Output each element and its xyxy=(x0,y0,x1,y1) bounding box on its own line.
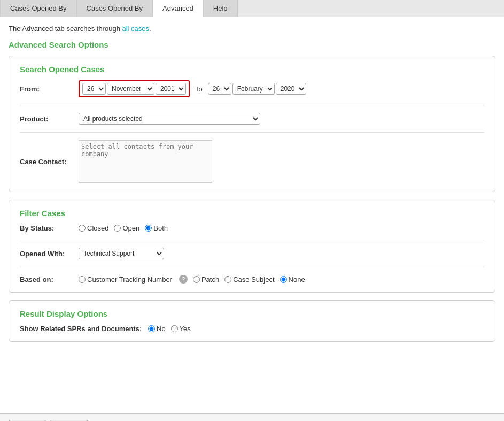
sprs-label: Show Related SPRs and Documents: xyxy=(20,325,148,333)
based-on-none-radio[interactable] xyxy=(280,276,287,283)
tab-cases-opened-by-1[interactable]: Cases Opened By xyxy=(0,0,77,17)
from-year-select[interactable]: 199819992000200120022003 xyxy=(156,83,186,95)
opened-with-row: Opened With: Technical Support Phone Web… xyxy=(20,248,484,267)
intro-all-cases-link[interactable]: all cases xyxy=(122,25,149,33)
tab-advanced[interactable]: Advanced xyxy=(153,0,204,17)
product-controls: All products selected xyxy=(79,113,260,125)
status-radio-group: Closed Open Both xyxy=(79,224,168,232)
intro-text-before: The Advanced tab searches through xyxy=(9,25,122,33)
to-date-box: 2612 JanuaryFebruaryMarchApril 201820192… xyxy=(208,83,306,95)
status-row: By Status: Closed Open Both xyxy=(20,224,484,240)
sprs-no-label: No xyxy=(157,325,166,333)
bottom-bar: < Back Search xyxy=(0,413,504,421)
from-date-box: 2612345 JanuaryFebruaryMarchAprilMayJune… xyxy=(79,80,190,97)
based-on-case-subject-label: Case Subject xyxy=(233,275,274,284)
based-on-ctn-item[interactable]: Customer Tracking Number xyxy=(79,275,172,284)
based-on-row: Based on: Customer Tracking Number ? Pat… xyxy=(20,275,484,284)
opened-with-controls: Technical Support Phone Web Email xyxy=(79,248,164,259)
intro-text-after: . xyxy=(149,25,151,33)
contact-row: Case Contact: xyxy=(20,140,484,183)
based-on-radio-group: Customer Tracking Number ? Patch Case Su… xyxy=(79,275,305,284)
status-open-item[interactable]: Open xyxy=(114,224,139,232)
sprs-yes-item[interactable]: Yes xyxy=(171,325,191,333)
based-on-case-subject-radio[interactable] xyxy=(224,276,231,283)
status-both-item[interactable]: Both xyxy=(145,224,168,232)
status-both-radio[interactable] xyxy=(145,225,152,232)
sprs-radio-group: No Yes xyxy=(148,325,191,333)
contact-label: Case Contact: xyxy=(20,158,79,166)
from-to-controls: 2612345 JanuaryFebruaryMarchAprilMayJune… xyxy=(79,80,306,97)
based-on-patch-radio[interactable] xyxy=(193,276,200,283)
filter-cases-card: Filter Cases By Status: Closed Open Both xyxy=(9,200,495,293)
contact-controls xyxy=(79,140,212,183)
page-title: Advanced Search Options xyxy=(9,40,495,49)
status-open-radio[interactable] xyxy=(114,225,121,232)
product-row: Product: All products selected xyxy=(20,113,484,133)
to-month-select[interactable]: JanuaryFebruaryMarchApril xyxy=(232,83,275,95)
opened-with-label: Opened With: xyxy=(20,250,79,258)
status-open-label: Open xyxy=(122,224,139,232)
status-closed-item[interactable]: Closed xyxy=(79,224,108,232)
to-label: To xyxy=(195,85,203,93)
based-on-none-label: None xyxy=(289,275,305,284)
from-day-select[interactable]: 2612345 xyxy=(82,83,106,95)
status-label: By Status: xyxy=(20,224,79,232)
sprs-yes-radio[interactable] xyxy=(171,325,178,332)
status-both-label: Both xyxy=(153,224,168,232)
sprs-no-item[interactable]: No xyxy=(148,325,166,333)
to-day-select[interactable]: 2612 xyxy=(208,83,231,95)
from-label: From: xyxy=(20,85,79,93)
search-opened-cases-card: Search Opened Cases From: 2612345 Januar… xyxy=(9,56,495,192)
ctn-help-icon[interactable]: ? xyxy=(179,275,188,284)
contact-textarea[interactable] xyxy=(79,140,212,183)
filter-section-title: Filter Cases xyxy=(20,209,484,218)
status-closed-radio[interactable] xyxy=(79,225,86,232)
status-closed-label: Closed xyxy=(87,224,108,232)
tab-help[interactable]: Help xyxy=(204,0,238,17)
product-label: Product: xyxy=(20,115,79,123)
based-on-patch-label: Patch xyxy=(201,275,219,284)
intro-text: The Advanced tab searches through all ca… xyxy=(9,25,495,33)
based-on-label: Based on: xyxy=(20,275,79,284)
from-month-select[interactable]: JanuaryFebruaryMarchAprilMayJuneJulyAugu… xyxy=(107,83,154,95)
result-display-card: Result Display Options Show Related SPRs… xyxy=(9,300,495,342)
result-section-title: Result Display Options xyxy=(20,309,484,318)
search-section-title: Search Opened Cases xyxy=(20,65,484,74)
to-year-select[interactable]: 2018201920202021 xyxy=(276,83,306,95)
based-on-none-item[interactable]: None xyxy=(280,275,305,284)
opened-with-select[interactable]: Technical Support Phone Web Email xyxy=(79,248,164,259)
date-range-row: From: 2612345 JanuaryFebruaryMarchAprilM… xyxy=(20,80,484,105)
based-on-ctn-label: Customer Tracking Number xyxy=(87,275,172,284)
based-on-patch-item[interactable]: Patch xyxy=(193,275,219,284)
page-content: The Advanced tab searches through all ca… xyxy=(0,17,504,413)
tab-cases-opened-by-2[interactable]: Cases Opened By xyxy=(77,0,153,17)
sprs-row: Show Related SPRs and Documents: No Yes xyxy=(20,325,484,333)
sprs-no-radio[interactable] xyxy=(148,325,155,332)
sprs-yes-label: Yes xyxy=(180,325,191,333)
tab-bar: Cases Opened By Cases Opened By Advanced… xyxy=(0,0,504,17)
based-on-case-subject-item[interactable]: Case Subject xyxy=(224,275,274,284)
based-on-ctn-radio[interactable] xyxy=(79,276,86,283)
product-select[interactable]: All products selected xyxy=(79,113,260,125)
